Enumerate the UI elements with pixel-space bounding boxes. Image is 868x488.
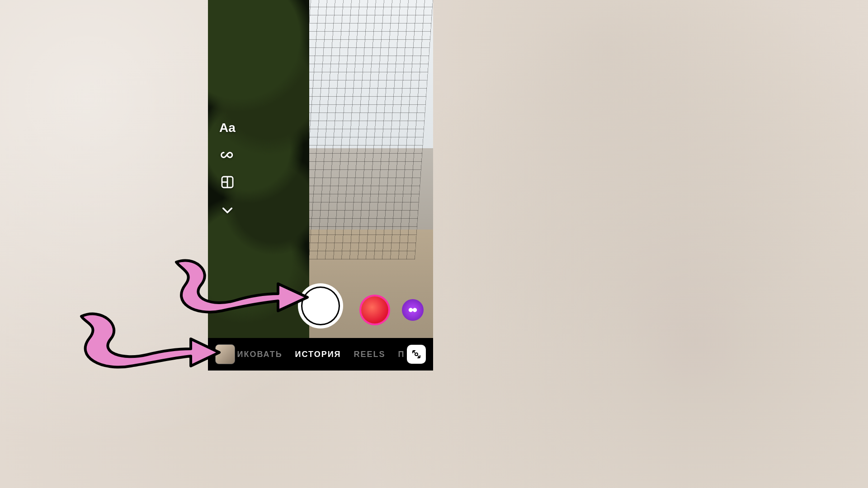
mode-next2[interactable]: П bbox=[398, 350, 405, 359]
bottom-bar: ИКОВАТЬ ИСТОРИЯ REELS П bbox=[208, 338, 433, 371]
more-tools-button[interactable] bbox=[217, 200, 238, 221]
layout-tool-button[interactable] bbox=[217, 172, 238, 192]
mode-next[interactable]: REELS bbox=[354, 350, 386, 359]
chevron-down-icon bbox=[220, 203, 235, 217]
gallery-thumbnail-button[interactable] bbox=[215, 344, 235, 364]
effect-1-button[interactable] bbox=[361, 296, 388, 324]
shutter-button[interactable] bbox=[301, 286, 340, 325]
svg-point-1 bbox=[415, 353, 418, 356]
layout-grid-icon bbox=[220, 175, 235, 189]
effect-2-button[interactable] bbox=[402, 299, 424, 321]
phone-screenshot: Aa ИКОВАТЬ ИСТОРИЯ REELS П bbox=[208, 0, 433, 371]
page-background bbox=[0, 0, 868, 488]
flip-camera-icon bbox=[411, 349, 422, 360]
mode-active[interactable]: ИСТОРИЯ bbox=[295, 350, 341, 359]
flip-camera-button[interactable] bbox=[407, 345, 426, 364]
mode-prev[interactable]: ИКОВАТЬ bbox=[237, 350, 283, 359]
mode-selector[interactable]: ИКОВАТЬ ИСТОРИЯ REELS П bbox=[235, 350, 407, 359]
text-aa-icon: Aa bbox=[219, 121, 236, 135]
text-tool-button[interactable]: Aa bbox=[217, 117, 238, 138]
boomerang-tool-button[interactable] bbox=[217, 145, 238, 165]
infinity-icon bbox=[220, 148, 235, 162]
